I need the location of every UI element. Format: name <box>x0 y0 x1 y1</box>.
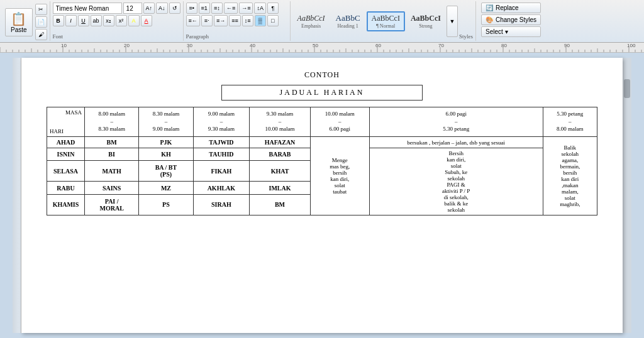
selasa-col1: MATH <box>85 161 139 182</box>
format-painter-button[interactable]: 🖌 <box>35 29 47 40</box>
align-right-button[interactable]: ≡→ <box>214 15 228 26</box>
underline-button[interactable]: U <box>78 15 89 26</box>
justify-button[interactable]: ≡≡ <box>229 15 241 26</box>
grow-font-button[interactable]: A↑ <box>143 3 155 14</box>
isnin-col1: BI <box>85 148 139 161</box>
doc-title: CONTOH <box>47 70 597 80</box>
strong-label: Strong <box>419 23 432 29</box>
copy-button[interactable]: 📄 <box>35 16 47 28</box>
align-left-button[interactable]: ≡← <box>186 15 200 26</box>
styles-group: AaBbCcI Emphasis AaBbC Heading 1 AaBbCcI… <box>291 1 476 41</box>
left-ruler <box>13 58 21 333</box>
isnin-col4: BARAB <box>250 148 311 161</box>
khamis-col4: BM <box>250 194 311 215</box>
font-color-button[interactable]: A <box>141 15 152 26</box>
highlight-button[interactable]: A <box>128 15 140 26</box>
change-styles-icon: 🎨 <box>486 16 493 23</box>
select-button[interactable]: Select ▾ <box>481 26 541 37</box>
font-name-input[interactable] <box>53 3 122 14</box>
change-styles-label: Change Styles <box>496 16 536 23</box>
emphasis-preview: AaBbCcI <box>297 14 325 23</box>
hari-label: HARI <box>50 116 82 134</box>
time-col-5: 10.00 malam–6.00 pagi <box>310 107 369 137</box>
change-styles-button[interactable]: 🎨 Change Styles <box>481 14 541 25</box>
increase-indent-button[interactable]: →≡ <box>239 3 253 14</box>
align-center-button[interactable]: ≡⋅ <box>201 15 213 26</box>
rabu-col2: MZ <box>139 182 193 194</box>
merged-col-morning: Baliksekolahagama,bermain,bersihkan diri… <box>543 137 597 215</box>
rabu-col1: SAINS <box>85 182 139 194</box>
heading1-label: Heading 1 <box>338 23 358 29</box>
strikethrough-button[interactable]: ab <box>91 15 102 26</box>
table-row: AHAD BM PJK TAJWID HAFAZAN Mengemas beg,… <box>47 137 597 148</box>
numbering-button[interactable]: ≡1 <box>199 3 210 14</box>
ruler <box>0 43 644 53</box>
rabu-col4: IMLAK <box>250 182 311 194</box>
ahad-col1: BM <box>85 137 139 148</box>
day-rabu: RABU <box>47 182 85 194</box>
khamis-col3: SIRAH <box>193 194 250 215</box>
isnin-col2: KH <box>139 148 193 161</box>
time-col-7: 5.30 petang–8.00 malam <box>543 107 597 137</box>
style-strong[interactable]: AaBbCcI Strong <box>406 12 445 31</box>
paragraph-label: Paragraph <box>186 32 287 40</box>
style-heading1[interactable]: AaBbC Heading 1 <box>331 11 365 31</box>
decrease-indent-button[interactable]: ←≡ <box>224 3 238 14</box>
khamis-col1: PAI /MORAL <box>85 194 139 215</box>
paste-label: Paste <box>11 26 27 33</box>
selasa-col3: FIKAH <box>193 161 250 182</box>
paragraph-group: ≡• ≡1 ≡↕ ←≡ →≡ ↕A ¶ ≡← ≡⋅ ≡→ ≡≡ ↕≡ ▒ □ P… <box>184 1 291 41</box>
shading-button[interactable]: ▒ <box>255 15 266 26</box>
font-size-input[interactable] <box>123 3 142 14</box>
styles-scroll-button[interactable]: ▼ <box>447 6 458 37</box>
time-col-2: 8.30 malam–9.00 malam <box>139 107 193 137</box>
multilevel-button[interactable]: ≡↕ <box>211 3 223 14</box>
normal-preview: AaBbCcI <box>372 14 400 23</box>
ahad-col3: TAJWID <box>193 137 250 148</box>
right-scrollbar[interactable] <box>623 58 631 333</box>
document-area: CONTOH JADUAL HARIAN MASA HARI 8.00 mala… <box>0 53 644 338</box>
cut-button[interactable]: ✂ <box>35 4 47 15</box>
superscript-button[interactable]: x² <box>116 15 127 26</box>
khamis-col2: PS <box>139 194 193 215</box>
day-selasa: SELASA <box>47 161 85 182</box>
day-ahad: AHAD <box>47 137 85 148</box>
border-button[interactable]: □ <box>267 15 279 26</box>
clipboard-group: 📋 Paste ✂ 📄 🖌 Clipboard <box>3 1 50 41</box>
toolbar: 📋 Paste ✂ 📄 🖌 Clipboard A↑ A↓ ↺ B I U ab… <box>0 0 644 43</box>
sort-button[interactable]: ↕A <box>254 3 266 14</box>
paste-button[interactable]: 📋 Paste <box>5 8 33 36</box>
selasa-col4: KHAT <box>250 161 311 182</box>
bold-button[interactable]: B <box>53 15 64 26</box>
rabu-col3: AKHLAK <box>193 182 250 194</box>
line-spacing-button[interactable]: ↕≡ <box>242 15 253 26</box>
shrink-font-button[interactable]: A↓ <box>156 3 168 14</box>
ahad-col2: PJK <box>139 137 193 148</box>
selasa-col2: BA / BT(PS) <box>139 161 193 182</box>
time-col-6: 6.00 pagi–5.30 petang <box>369 107 543 137</box>
style-normal[interactable]: AaBbCcI ¶ Normal <box>367 11 405 31</box>
subscript-button[interactable]: x₂ <box>103 15 114 26</box>
schedule-table: MASA HARI 8.00 malam–8.30 malam 8.30 mal… <box>47 107 597 215</box>
ahad-col4: HAFAZAN <box>250 137 311 148</box>
select-label: Select ▾ <box>486 28 508 35</box>
clear-format-button[interactable]: ↺ <box>169 3 180 14</box>
document-page[interactable]: CONTOH JADUAL HARIAN MASA HARI 8.00 mala… <box>21 58 623 333</box>
time-col-1: 8.00 malam–8.30 malam <box>85 107 139 137</box>
isnin-col3: TAUHID <box>193 148 250 161</box>
time-col-4: 9.30 malam–10.00 malam <box>250 107 311 137</box>
merged-col-activities: Mengemas beg,bersihkan diri,solattaubat <box>310 137 369 215</box>
normal-label: ¶ Normal <box>376 23 395 29</box>
masa-label: MASA <box>50 109 82 116</box>
show-marks-button[interactable]: ¶ <box>267 3 279 14</box>
emphasis-label: Emphasis <box>301 23 321 29</box>
day-khamis: KHAMIS <box>47 194 85 215</box>
replace-label: Replace <box>496 4 519 11</box>
scrollbar-thumb[interactable] <box>624 79 630 98</box>
bullets-button[interactable]: ≡• <box>186 3 197 14</box>
editing-group: 🔄 Replace 🎨 Change Styles Select ▾ <box>476 1 546 41</box>
replace-button[interactable]: 🔄 Replace <box>481 3 541 13</box>
italic-button[interactable]: I <box>65 15 77 26</box>
style-emphasis[interactable]: AaBbCcI Emphasis <box>293 12 330 31</box>
replace-icon: 🔄 <box>486 4 493 11</box>
